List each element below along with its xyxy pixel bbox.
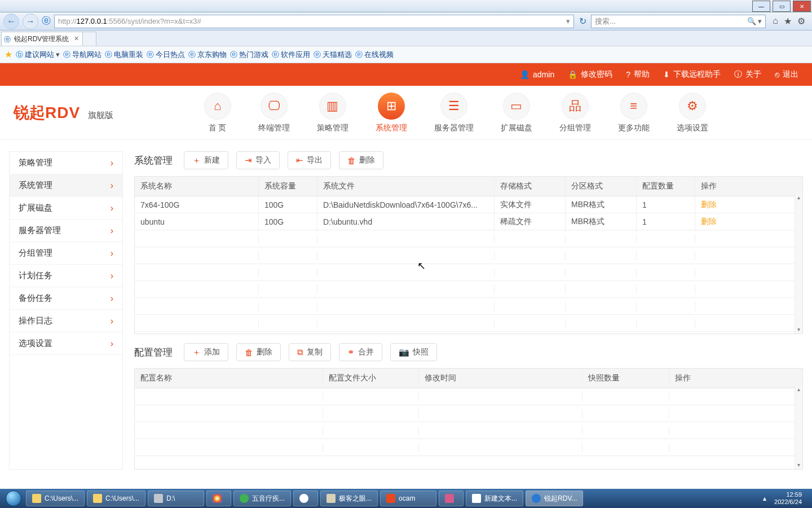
sidebar-item-group[interactable]: 分组管理›	[10, 242, 122, 265]
taskbar-item[interactable]: 新建文本...	[466, 491, 523, 506]
col-name[interactable]: 系统名称	[135, 177, 259, 196]
download-helper-link[interactable]: ⬇下载远程助手	[663, 69, 721, 80]
monitor-icon: 🖵	[261, 93, 288, 120]
favorite-link[interactable]: ⓔ天猫精选	[314, 50, 352, 60]
sidebar-item-backup[interactable]: 备份任务›	[10, 287, 122, 310]
scroll-down-icon[interactable]: ▾	[797, 462, 800, 468]
import-icon: ⇥	[245, 155, 252, 165]
copy-button[interactable]: ⧉复制	[289, 343, 331, 361]
taskbar-item[interactable]	[206, 491, 231, 506]
favorite-link[interactable]: ⓔ今日热点	[147, 50, 185, 60]
help-link[interactable]: ?帮助	[626, 69, 650, 80]
address-bar[interactable]: http:// 127.0.0.1 :5566/syst/index?m=x&t…	[54, 15, 574, 28]
nav-group[interactable]: 品分组管理	[559, 93, 591, 133]
col-cfg-name[interactable]: 配置名称	[135, 369, 323, 388]
col-action[interactable]: 操作	[695, 177, 802, 196]
favorite-icon[interactable]: ★	[784, 16, 792, 27]
taskbar-item[interactable]: 极客之眼...	[320, 491, 378, 506]
sidebar-item-options[interactable]: 选项设置›	[10, 332, 122, 355]
col-file[interactable]: 系统文件	[317, 177, 495, 196]
nav-more[interactable]: ≡更多功能	[618, 93, 650, 133]
plus-icon: ＋	[192, 347, 201, 358]
browser-tab[interactable]: ⓔ 锐起RDV管理系统 ✕	[1, 32, 83, 46]
taskbar-item[interactable]: D:\	[148, 491, 204, 506]
new-button[interactable]: ＋新建	[184, 151, 228, 169]
about-link[interactable]: ⓘ关于	[734, 69, 761, 80]
taskbar-item[interactable]: ocam	[380, 491, 436, 506]
nav-options[interactable]: ⚙选项设置	[677, 93, 708, 133]
nav-terminal[interactable]: 🖵终端管理	[258, 93, 290, 133]
table-row[interactable]: 7x64-100G 100G D:\BaiduNetdiskDownload\7…	[135, 196, 802, 213]
add-favorite-icon[interactable]: ★	[5, 49, 12, 60]
new-tab-button[interactable]	[83, 32, 96, 46]
config-section-header: 配置管理 ＋添加 🗑删除 ⧉复制 ⚭合并 📷快照	[134, 343, 803, 361]
col-cfg-size[interactable]: 配置文件大小	[323, 369, 419, 388]
favorite-link[interactable]: ⓔ导航网站	[63, 50, 102, 60]
taskbar-item[interactable]: 锐起RDV...	[526, 491, 583, 506]
delete-button[interactable]: 🗑删除	[339, 151, 383, 169]
change-password-link[interactable]: 🔒修改密码	[568, 69, 612, 80]
favorite-link[interactable]: ⓑ建议网站▾	[16, 50, 60, 60]
nav-system[interactable]: ⊞系统管理	[376, 93, 407, 133]
delete-config-button[interactable]: 🗑删除	[236, 343, 281, 361]
row-delete-link[interactable]: 删除	[701, 200, 717, 209]
taskbar-item[interactable]	[293, 491, 318, 506]
table-row[interactable]: ubuntu 100G D:\ubuntu.vhd 稀疏文件 MBR格式 1 删…	[135, 213, 802, 230]
sidebar-item-disk[interactable]: 扩展磁盘›	[10, 197, 122, 220]
scroll-down-icon[interactable]: ▾	[797, 326, 800, 332]
taskbar-item[interactable]	[439, 491, 464, 506]
start-button[interactable]	[2, 490, 25, 507]
export-button[interactable]: ⇤导出	[288, 151, 331, 169]
col-config[interactable]: 配置数量	[637, 177, 695, 196]
clock[interactable]: 12:59 2022/6/24	[771, 491, 805, 506]
window-close-button[interactable]: ✕	[793, 1, 811, 12]
snapshot-button[interactable]: 📷快照	[390, 343, 437, 361]
scroll-up-icon[interactable]: ▴	[797, 194, 800, 200]
col-cfg-act[interactable]: 操作	[669, 369, 802, 388]
merge-button[interactable]: ⚭合并	[339, 343, 382, 361]
chevron-right-icon: ›	[111, 226, 113, 236]
nav-disk[interactable]: ▭扩展磁盘	[501, 93, 532, 133]
add-button[interactable]: ＋添加	[184, 343, 228, 361]
logout-link[interactable]: ⎋退出	[775, 69, 798, 80]
nav-server[interactable]: ☰服务器管理	[434, 93, 474, 133]
favorite-link[interactable]: ⓔ电脑重装	[105, 50, 143, 60]
sidebar-item-system[interactable]: 系统管理›	[10, 174, 122, 197]
user-menu[interactable]: 👤admin	[520, 70, 554, 79]
nav-policy[interactable]: ▥策略管理	[317, 93, 348, 133]
col-format[interactable]: 分区格式	[566, 177, 637, 196]
window-minimize-button[interactable]: —	[752, 1, 770, 12]
tools-icon[interactable]: ⚙	[797, 16, 805, 27]
row-delete-link[interactable]: 删除	[701, 217, 717, 226]
sidebar-item-policy[interactable]: 策略管理›	[10, 152, 122, 174]
sidebar-item-plan[interactable]: 计划任务›	[10, 265, 122, 287]
scrollbar[interactable]: ▴▾	[795, 385, 802, 469]
nav-back-button[interactable]: ←	[3, 14, 19, 29]
system-tray[interactable]: ▴ 12:59 2022/6/24	[758, 491, 810, 506]
window-maximize-button[interactable]: ▭	[773, 1, 791, 12]
favorite-link[interactable]: ⓔ在线视频	[355, 50, 394, 60]
favorite-link[interactable]: ⓔ软件应用	[272, 50, 310, 60]
sidebar-item-server[interactable]: 服务器管理›	[10, 220, 122, 242]
taskbar-item[interactable]: C:\Users\...	[87, 491, 145, 506]
tray-icon[interactable]: ▴	[763, 494, 766, 502]
col-capacity[interactable]: 系统容量	[259, 177, 317, 196]
taskbar-item[interactable]: 五音疗疾...	[233, 491, 291, 506]
favorite-link[interactable]: ⓔ热门游戏	[230, 50, 268, 60]
col-cfg-snap[interactable]: 快照数量	[582, 369, 669, 388]
scrollbar[interactable]: ▴▾	[795, 193, 802, 334]
scroll-up-icon[interactable]: ▴	[797, 386, 800, 392]
search-box[interactable]: 搜索... 🔍 ▾	[591, 15, 766, 28]
app-icon	[240, 494, 249, 503]
nav-home[interactable]: ⌂首 页	[204, 93, 231, 133]
sidebar-item-log[interactable]: 操作日志›	[10, 310, 122, 332]
col-storage[interactable]: 存储格式	[495, 177, 566, 196]
refresh-button[interactable]: ↻	[577, 16, 588, 27]
import-button[interactable]: ⇥导入	[236, 151, 280, 169]
nav-forward-button[interactable]: →	[23, 14, 38, 29]
col-cfg-time[interactable]: 修改时间	[419, 369, 582, 388]
favorite-link[interactable]: ⓔ京东购物	[188, 50, 227, 60]
tab-close-icon[interactable]: ✕	[74, 35, 79, 42]
taskbar-item[interactable]: C:\Users\...	[26, 491, 85, 506]
home-icon[interactable]: ⌂	[773, 16, 778, 27]
